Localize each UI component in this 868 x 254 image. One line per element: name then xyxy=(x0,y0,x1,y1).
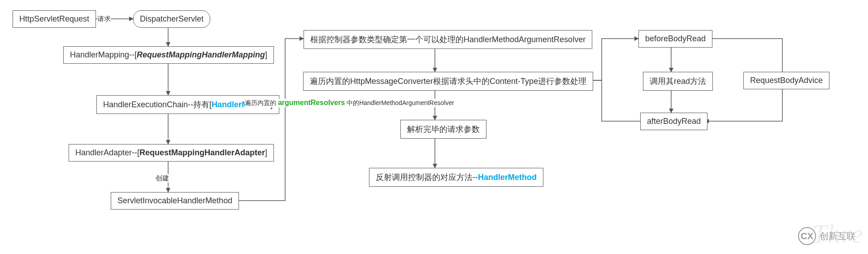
label: DispatcherServlet xyxy=(140,14,204,24)
label: 根据控制器参数类型确定第一个可以处理的HandlerMethodArgument… xyxy=(310,34,586,45)
label-pre: HandlerAdapter--[ xyxy=(75,148,139,158)
label-post: ] xyxy=(265,148,267,158)
node-request-body-advice: RequestBodyAdvice xyxy=(743,72,829,89)
watermark-logo-icon: CX xyxy=(798,227,816,245)
label-post: ] xyxy=(265,50,267,60)
node-after-body-read: afterBodyRead xyxy=(640,113,707,130)
watermark-text: 创新互联 xyxy=(820,230,855,242)
label-pre: HandlerExecutionChain--持有[ xyxy=(103,99,212,110)
edge-label-request: 请求 xyxy=(97,15,111,23)
node-http-servlet-request: HttpServletRequest xyxy=(13,10,96,28)
node-parsed-params: 解析完毕的请求参数 xyxy=(400,120,486,139)
label-pre: 反射调用控制器的对应方法-- xyxy=(376,172,478,183)
node-before-body-read: beforeBodyRead xyxy=(638,30,712,48)
label: afterBodyRead xyxy=(647,117,701,126)
node-call-read: 调用其read方法 xyxy=(643,72,713,91)
node-resolver-pick: 根据控制器参数类型确定第一个可以处理的HandlerMethodArgument… xyxy=(304,30,592,49)
label: RequestBodyAdvice xyxy=(750,76,823,85)
label: ServletInvocableHandlerMethod xyxy=(117,196,232,206)
label-em: RequestMappingHandlerMapping xyxy=(137,50,265,60)
label-green: argumentResolvers xyxy=(278,99,345,106)
label: 解析完毕的请求参数 xyxy=(407,124,480,135)
node-invoke-controller: 反射调用控制器的对应方法-- HandlerMethod xyxy=(369,168,543,187)
label: HttpServletRequest xyxy=(19,14,89,24)
label-blue: HandlerMethod xyxy=(478,173,537,182)
label-post: 中的HandlerMethodArgumentResolver xyxy=(347,99,454,106)
label-pre: HandlerMapping--[ xyxy=(70,50,137,60)
node-handler-mapping: HandlerMapping--[ RequestMappingHandlerM… xyxy=(63,46,274,64)
edge-label-create: 创建 xyxy=(156,174,169,183)
label: 遍历内置的HttpMessageConverter根据请求头中的Content-… xyxy=(310,76,586,87)
node-servlet-invocable-handler-method: ServletInvocableHandlerMethod xyxy=(111,192,239,210)
label: beforeBodyRead xyxy=(645,34,706,44)
watermark: CX 创新互联 xyxy=(798,227,855,245)
node-handler-adapter: HandlerAdapter--[ RequestMappingHandlerA… xyxy=(69,144,274,162)
edge-label-traverse: 遍历内置的 argumentResolvers 中的HandlerMethodA… xyxy=(245,99,454,107)
label-pre: 遍历内置的 xyxy=(245,99,276,106)
label: 调用其read方法 xyxy=(650,76,706,87)
node-dispatcher-servlet: DispatcherServlet xyxy=(133,10,210,28)
label-bold: RequestMappingHandlerAdapter xyxy=(139,148,265,158)
node-message-converter: 遍历内置的HttpMessageConverter根据请求头中的Content-… xyxy=(303,72,593,91)
